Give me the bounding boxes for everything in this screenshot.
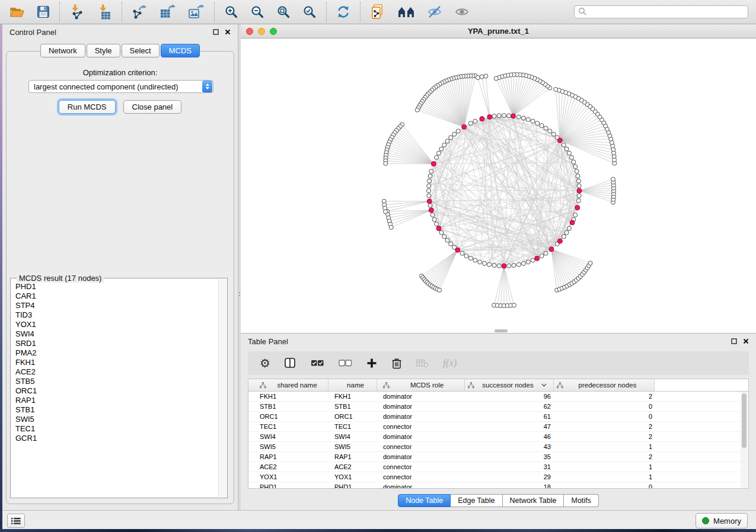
column-header-predecessor-nodes[interactable]: predecessor nodes	[554, 379, 655, 391]
table-row[interactable]: FKH1FKH1dominator962	[248, 392, 748, 402]
save-session-icon[interactable]	[37, 5, 50, 18]
table-cell: 2	[554, 392, 655, 401]
hide-selected-icon[interactable]	[427, 5, 442, 19]
mcds-result-item[interactable]: TID3	[11, 310, 219, 320]
zoom-fit-icon[interactable]	[276, 5, 291, 19]
table-row[interactable]: PHD1PHD1dominator180	[248, 482, 748, 489]
search-input[interactable]	[574, 5, 748, 18]
table-cell: 61	[465, 412, 554, 421]
tab-network-table[interactable]: Network Table	[503, 494, 564, 507]
network-hscroll-thumb[interactable]	[495, 329, 508, 332]
close-panel-icon[interactable]	[743, 336, 749, 347]
table-cell: 2	[554, 452, 655, 462]
deselect-all-columns-icon[interactable]	[339, 359, 352, 367]
tab-motifs[interactable]: Motifs	[564, 494, 598, 507]
mcds-result-item[interactable]: TEC1	[11, 424, 219, 434]
memory-button[interactable]: Memory	[696, 513, 748, 528]
table-cell: 46	[465, 432, 554, 441]
mcds-result-item[interactable]: SWI5	[11, 415, 219, 424]
export-image-icon[interactable]	[188, 4, 205, 20]
mcds-result-item[interactable]: RAP1	[11, 396, 219, 405]
export-network-icon[interactable]	[132, 4, 148, 20]
select-stepper-icon	[202, 81, 212, 92]
mcds-result-item[interactable]: SWI4	[11, 329, 219, 339]
mcds-result-item[interactable]: GCR1	[11, 434, 219, 443]
select-all-columns-icon[interactable]	[311, 359, 324, 367]
tab-style[interactable]: Style	[87, 44, 120, 57]
export-table-icon[interactable]	[160, 4, 176, 20]
tab-mcds[interactable]: MCDS	[161, 44, 200, 57]
mcds-result-item[interactable]: STB1	[11, 405, 219, 415]
mcds-result-item[interactable]: YOX1	[11, 320, 219, 329]
mcds-result-item[interactable]: STB5	[11, 377, 219, 386]
table-cell: 31	[465, 462, 554, 472]
table-cell: PHD1	[328, 482, 377, 489]
pane-mode-icon[interactable]	[285, 358, 296, 368]
optimization-select-value: largest connected component (undirected)	[29, 82, 202, 91]
mcds-result-item[interactable]: PMA2	[11, 348, 219, 358]
mcds-result-item[interactable]: SRD1	[11, 339, 219, 348]
tab-node-table[interactable]: Node Table	[398, 494, 451, 507]
application-window: Control Panel Network Style Select MCDS …	[0, 0, 756, 532]
network-share-icon[interactable]	[370, 4, 385, 20]
column-header-shared-name[interactable]: shared name	[248, 379, 328, 391]
table-cell: connector	[377, 422, 465, 431]
search-icon	[578, 7, 587, 18]
zoom-out-icon[interactable]	[250, 5, 264, 19]
mcds-result-item[interactable]: ORC1	[11, 386, 219, 396]
table-scrollbar[interactable]	[741, 392, 748, 488]
import-table-icon[interactable]	[97, 4, 112, 20]
zoom-in-icon[interactable]	[224, 5, 238, 19]
run-mcds-button[interactable]: Run MCDS	[59, 100, 116, 114]
table-row[interactable]: SWI4SWI4dominator462	[248, 432, 748, 442]
mcds-result-item[interactable]: STP4	[11, 301, 219, 310]
tab-network[interactable]: Network	[40, 44, 85, 57]
table-cell: connector	[377, 442, 465, 451]
table-row[interactable]: SWI5SWI5connector431	[248, 442, 748, 452]
table-row[interactable]: TEC1TEC1connector472	[248, 422, 748, 432]
mcds-result-item[interactable]: CAR1	[11, 291, 219, 301]
table-cell: 2	[554, 422, 655, 431]
first-neighbors-icon[interactable]	[397, 5, 415, 18]
table-cell: SWI4	[248, 432, 328, 441]
table-row[interactable]: YOX1YOX1connector291	[248, 472, 748, 482]
table-cell: 18	[465, 482, 554, 489]
network-canvas[interactable]	[241, 39, 756, 333]
table-cell: ACE2	[248, 462, 328, 472]
memory-label: Memory	[713, 517, 741, 525]
float-panel-icon[interactable]	[731, 336, 737, 347]
show-all-icon[interactable]	[454, 5, 470, 19]
table-scrollbar-thumb[interactable]	[742, 393, 747, 448]
refresh-layout-icon[interactable]	[336, 5, 350, 19]
open-file-icon[interactable]	[9, 5, 25, 18]
table-settings-icon[interactable]: ⚙	[260, 357, 270, 369]
column-header-successor-nodes[interactable]: successor nodes	[465, 379, 554, 391]
table-row[interactable]: ACE2ACE2connector311	[248, 462, 748, 472]
add-column-icon[interactable]	[366, 358, 377, 368]
zoom-selected-icon[interactable]	[302, 5, 317, 19]
close-panel-button[interactable]: Close panel	[123, 100, 182, 114]
tab-select[interactable]: Select	[122, 44, 160, 57]
control-panel-tabs: Network Style Select MCDS	[2, 44, 238, 57]
mcds-result-item[interactable]: ACE2	[11, 367, 219, 377]
table-cell: 2	[554, 432, 655, 441]
delete-column-icon[interactable]	[391, 357, 402, 369]
table-row[interactable]: RAP1RAP1dominator352	[248, 452, 748, 462]
table-cell: YOX1	[248, 472, 328, 482]
import-network-icon[interactable]	[69, 4, 85, 20]
mcds-result-item[interactable]: FKH1	[11, 358, 219, 367]
table-row[interactable]: STB1STB1dominator620	[248, 402, 748, 412]
tab-edge-table[interactable]: Edge Table	[451, 494, 502, 507]
table-row[interactable]: ORC1ORC1dominator610	[248, 412, 748, 422]
mcds-result-group: MCDS result (17 nodes) PHD1CAR1STP4TID3Y…	[10, 278, 228, 498]
column-header-name[interactable]: name	[328, 379, 377, 391]
column-header-mcds-role[interactable]: MCDS role	[377, 379, 465, 391]
float-panel-icon[interactable]	[213, 27, 219, 37]
mcds-list-scrollbar[interactable]	[218, 279, 227, 497]
close-panel-icon[interactable]	[225, 27, 231, 37]
task-history-button[interactable]	[7, 514, 25, 528]
optimization-select[interactable]: largest connected component (undirected)	[28, 80, 213, 93]
mcds-result-item[interactable]: PHD1	[11, 282, 219, 291]
search-container	[574, 5, 748, 18]
column-type-icon	[383, 382, 390, 389]
